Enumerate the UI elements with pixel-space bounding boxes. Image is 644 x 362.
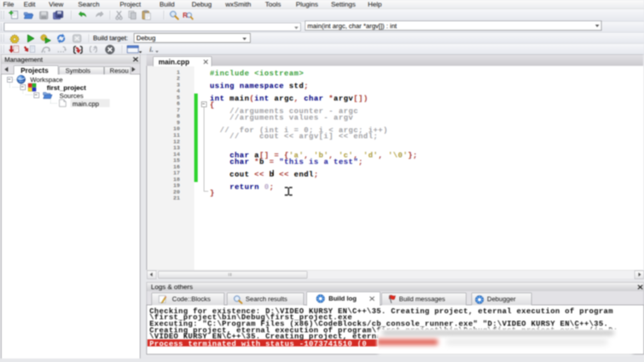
svg-text:i.: i. <box>149 45 153 53</box>
